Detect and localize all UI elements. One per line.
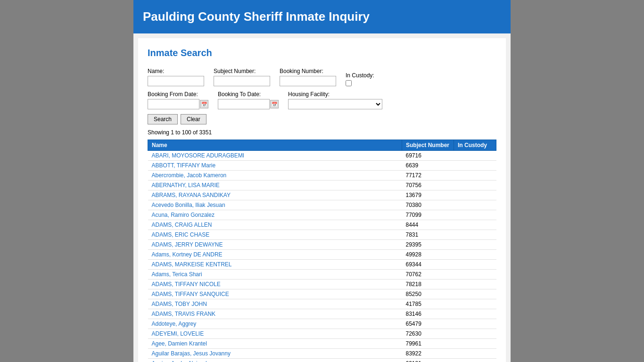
cell-name: ADEYEMI, LOVELIE xyxy=(148,329,402,339)
table-row: Acuna, Ramiro Gonzalez77099 xyxy=(148,210,496,220)
inmate-link[interactable]: ADAMS, MARKEISE KENTREL xyxy=(152,261,232,268)
table-header-row: Name Subject Number In Custody xyxy=(148,140,496,151)
inmate-link[interactable]: ADAMS, ERIC CHASE xyxy=(152,231,210,238)
table-header: Name Subject Number In Custody xyxy=(148,140,496,151)
form-row-1: Name: Subject Number: Booking Number: In… xyxy=(148,68,496,86)
inmate-link[interactable]: ABRAMS, RAYANA SANDIKAY xyxy=(152,192,231,198)
table-row: Addoteye, Aggrey65479 xyxy=(148,319,496,329)
cell-subject: 7831 xyxy=(402,230,454,240)
cell-in-custody xyxy=(454,349,496,359)
cell-in-custody xyxy=(454,309,496,319)
booking-from-field-container: Booking From Date: 📅 xyxy=(148,91,208,109)
inmate-link[interactable]: ABERNATHY, LISA MARIE xyxy=(152,182,220,189)
cell-name: Acevedo Bonilla, Iliak Jesuan xyxy=(148,200,402,210)
col-header-name: Name xyxy=(148,140,402,151)
cell-subject: 79961 xyxy=(402,339,454,349)
cell-subject: 41785 xyxy=(402,299,454,309)
results-count: Showing 1 to 100 of 3351 xyxy=(148,129,496,136)
cell-in-custody xyxy=(454,220,496,230)
cell-name: ADAMS, TOBY JOHN xyxy=(148,299,402,309)
cell-name: ADAMS, TRAVIS FRANK xyxy=(148,309,402,319)
housing-facility-label: Housing Facility: xyxy=(288,91,382,98)
inmate-link[interactable]: Acevedo Bonilla, Iliak Jesuan xyxy=(152,202,225,208)
inmate-link[interactable]: ADAMS, CRAIG ALLEN xyxy=(152,222,212,228)
search-button[interactable]: Search xyxy=(148,114,178,124)
inmate-link[interactable]: ADAMS, TOBY JOHN xyxy=(152,301,207,307)
inmate-link[interactable]: Abercrombie, Jacob Kameron xyxy=(152,172,227,179)
cell-subject: 69716 xyxy=(402,151,454,161)
table-row: Acevedo Bonilla, Iliak Jesuan70380 xyxy=(148,200,496,210)
cell-name: ADAMS, TIFFANY NICOLE xyxy=(148,280,402,289)
housing-facility-field-container: Housing Facility: xyxy=(288,91,382,109)
in-custody-checkbox[interactable] xyxy=(346,80,352,86)
table-row: ABBOTT, TIFFANY Marie6639 xyxy=(148,161,496,171)
table-row: ADAMS, JERRY DEWAYNE29395 xyxy=(148,240,496,250)
cell-subject: 69344 xyxy=(402,260,454,270)
inmate-link[interactable]: ADAMS, TRAVIS FRANK xyxy=(152,311,216,317)
cell-name: ADAMS, MARKEISE KENTREL xyxy=(148,260,402,270)
inmate-link[interactable]: Adams, Kortney DE ANDRE xyxy=(152,251,223,258)
inmate-link[interactable]: Acuna, Ramiro Gonzalez xyxy=(152,212,215,218)
booking-field-container: Booking Number: xyxy=(280,68,336,86)
booking-to-date-input[interactable] xyxy=(218,99,270,109)
cell-name: Aguilar Barajas, Jesus Jovanny xyxy=(148,349,402,359)
cell-in-custody xyxy=(454,359,496,362)
cell-subject: 69181 xyxy=(402,359,454,362)
inmate-link[interactable]: Adams, Terica Shari xyxy=(152,271,202,278)
cell-in-custody xyxy=(454,230,496,240)
cell-in-custody xyxy=(454,280,496,289)
inmate-link[interactable]: ABBOTT, TIFFANY Marie xyxy=(152,162,216,169)
table-row: ABERNATHY, LISA MARIE70756 xyxy=(148,181,496,190)
cell-subject: 70380 xyxy=(402,200,454,210)
booking-label: Booking Number: xyxy=(280,68,336,74)
cell-in-custody xyxy=(454,190,496,200)
booking-from-date-input[interactable] xyxy=(148,99,199,109)
table-row: Adams, Terica Shari70762 xyxy=(148,270,496,280)
cell-name: ABARI, MOYOSORE ADURAGBEMI xyxy=(148,151,402,161)
inmate-link[interactable]: Agee, Damien Krantel xyxy=(152,340,207,347)
inmate-link[interactable]: Addoteye, Aggrey xyxy=(152,321,197,327)
booking-from-calendar-icon[interactable]: 📅 xyxy=(200,100,208,108)
cell-name: ABERNATHY, LISA MARIE xyxy=(148,181,402,190)
subject-number-input[interactable] xyxy=(214,76,270,86)
clear-button[interactable]: Clear xyxy=(181,114,206,124)
inmate-link[interactable]: Aguirre Ayala, Alejandro xyxy=(152,360,212,362)
inmate-link[interactable]: ADAMS, TIFFANY NICOLE xyxy=(152,281,221,288)
booking-number-input[interactable] xyxy=(280,76,336,86)
name-field-container: Name: xyxy=(148,68,204,86)
booking-to-field-container: Booking To Date: 📅 xyxy=(218,91,279,109)
table-row: ADAMS, TOBY JOHN41785 xyxy=(148,299,496,309)
cell-subject: 78218 xyxy=(402,280,454,289)
inmate-link[interactable]: ABARI, MOYOSORE ADURAGBEMI xyxy=(152,152,245,159)
cell-in-custody xyxy=(454,299,496,309)
cell-subject: 83922 xyxy=(402,349,454,359)
custody-field-container: In Custody: xyxy=(346,72,374,86)
table-row: Aguilar Barajas, Jesus Jovanny83922 xyxy=(148,349,496,359)
booking-from-date-wrapper: 📅 xyxy=(148,99,208,109)
custody-label: In Custody: xyxy=(346,72,374,79)
inmate-link[interactable]: Aguilar Barajas, Jesus Jovanny xyxy=(152,350,231,357)
table-row: ADAMS, TRAVIS FRANK83146 xyxy=(148,309,496,319)
form-row-2: Booking From Date: 📅 Booking To Date: 📅 … xyxy=(148,91,496,109)
table-row: ADAMS, TIFFANY NICOLE78218 xyxy=(148,280,496,289)
cell-in-custody xyxy=(454,240,496,250)
button-row: Search Clear xyxy=(148,114,496,124)
cell-name: ADAMS, ERIC CHASE xyxy=(148,230,402,240)
cell-in-custody xyxy=(454,319,496,329)
subject-field-container: Subject Number: xyxy=(214,68,270,86)
table-row: ADEYEMI, LOVELIE72630 xyxy=(148,329,496,339)
cell-subject: 72630 xyxy=(402,329,454,339)
inmate-link[interactable]: ADAMS, TIFFANY SANQUICE xyxy=(152,291,229,297)
housing-facility-select[interactable] xyxy=(288,99,382,109)
cell-in-custody xyxy=(454,210,496,220)
cell-name: Adams, Terica Shari xyxy=(148,270,402,280)
inmate-link[interactable]: ADEYEMI, LOVELIE xyxy=(152,330,204,337)
cell-in-custody xyxy=(454,260,496,270)
name-input[interactable] xyxy=(148,76,204,86)
cell-in-custody xyxy=(454,270,496,280)
cell-subject: 65479 xyxy=(402,319,454,329)
booking-to-calendar-icon[interactable]: 📅 xyxy=(270,100,279,108)
cell-name: ADAMS, JERRY DEWAYNE xyxy=(148,240,402,250)
inmate-link[interactable]: ADAMS, JERRY DEWAYNE xyxy=(152,241,223,248)
cell-in-custody xyxy=(454,250,496,260)
